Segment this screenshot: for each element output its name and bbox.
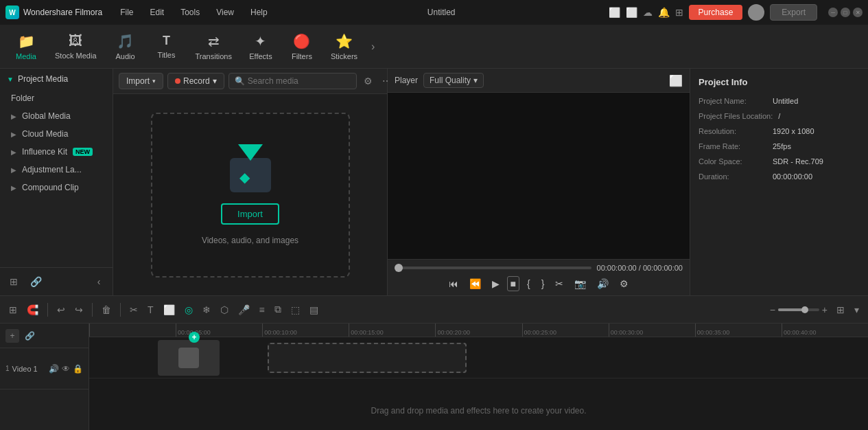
- skip-back-button[interactable]: ⏮: [445, 276, 462, 291]
- transitions-icon: ⇄: [208, 33, 220, 49]
- clip-button[interactable]: ✂: [552, 276, 567, 291]
- add-track-button[interactable]: +: [5, 329, 19, 343]
- track-lock-icon[interactable]: 🔒: [73, 364, 83, 374]
- toolbar-stock-media[interactable]: 🖼 Stock Media: [47, 29, 105, 64]
- sidebar-item-global-media[interactable]: ▶ Global Media: [0, 107, 113, 125]
- player-panel: Player Full Quality ▾ ⬜ 00:00:00:00 /: [388, 69, 690, 295]
- filter-icon[interactable]: ⚙: [361, 74, 375, 88]
- main-toolbar: 📁 Media 🖼 Stock Media 🎵 Audio T Titles ⇄…: [0, 25, 868, 69]
- layout-button[interactable]: ⊞: [833, 302, 848, 318]
- zoom-minus-icon[interactable]: −: [770, 304, 775, 315]
- stock-media-icon: 🖼: [69, 33, 82, 49]
- mark-in-button[interactable]: {: [524, 276, 534, 291]
- track-eye-icon[interactable]: 👁: [62, 364, 70, 374]
- stop-button[interactable]: ■: [507, 276, 519, 291]
- zoom-slider[interactable]: − +: [770, 304, 828, 315]
- toolbar-transitions[interactable]: ⇄ Transitions: [187, 29, 240, 65]
- frame-back-button[interactable]: ⏪: [466, 276, 484, 291]
- audio-label: Audio: [115, 52, 134, 60]
- toolbar-titles[interactable]: T Titles: [146, 30, 187, 63]
- zoom-track[interactable]: [778, 308, 819, 311]
- sidebar-item-folder[interactable]: Folder: [0, 89, 113, 107]
- player-controls-bar: 00:00:00:00 / 00:00:00:00 ⏮ ⏪ ▶ ■ { } ✂ …: [388, 259, 690, 295]
- subtitle-button[interactable]: ≡: [256, 302, 268, 318]
- clip-add-button[interactable]: +: [189, 332, 200, 343]
- record-dot: [175, 78, 180, 84]
- ruler-mark-6: 00:00:30:00: [609, 324, 695, 337]
- scrubber-track[interactable]: [395, 267, 591, 269]
- export-button[interactable]: Export: [770, 4, 817, 21]
- redo-button[interactable]: ↪: [71, 302, 86, 318]
- crop-button[interactable]: ⬜: [160, 302, 178, 318]
- info-value-duration: 00:00:00:00: [773, 172, 812, 181]
- scrubber-thumb[interactable]: [395, 264, 403, 272]
- toolbar-stickers[interactable]: ⭐ Stickers: [322, 29, 366, 65]
- bell-icon[interactable]: 🔔: [658, 7, 670, 18]
- mic-button[interactable]: 🎤: [235, 302, 253, 318]
- track-link-button[interactable]: 🔗: [25, 331, 35, 341]
- stickers-icon: ⭐: [336, 33, 353, 49]
- toolbar-filters[interactable]: 🔴 Filters: [281, 29, 322, 65]
- play-button[interactable]: ▶: [489, 276, 503, 291]
- pip-button[interactable]: ⬚: [288, 302, 303, 318]
- menu-edit[interactable]: Edit: [143, 5, 172, 20]
- zoom-plus-icon[interactable]: +: [822, 304, 828, 315]
- sidebar-item-cloud-media[interactable]: ▶ Cloud Media: [0, 125, 113, 143]
- record-button[interactable]: Record ▾: [167, 73, 224, 89]
- cloud-icon[interactable]: ☁: [643, 7, 653, 18]
- audio-button[interactable]: 🔊: [594, 276, 612, 291]
- timeline-scene-button[interactable]: ⊞: [5, 302, 21, 318]
- user-avatar[interactable]: [748, 4, 764, 21]
- mask-button[interactable]: ⬡: [217, 302, 232, 318]
- text-button[interactable]: T: [144, 302, 157, 318]
- delete-button[interactable]: 🗑: [98, 302, 115, 318]
- minimize-button[interactable]: ─: [828, 8, 838, 17]
- search-box[interactable]: 🔍: [228, 73, 357, 89]
- quality-select[interactable]: Full Quality ▾: [423, 73, 484, 88]
- toolbar-expand-arrow[interactable]: ›: [368, 38, 377, 56]
- player-expand-icon[interactable]: ⬜: [669, 74, 683, 87]
- undo-button[interactable]: ↩: [54, 302, 69, 318]
- cut-button[interactable]: ✂: [126, 302, 141, 318]
- influence-kit-arrow: ▶: [11, 148, 16, 156]
- menu-file[interactable]: File: [113, 5, 140, 20]
- mark-out-button[interactable]: }: [538, 276, 548, 291]
- sidebar-item-influence-kit[interactable]: ▶ Influence Kit NEW: [0, 143, 113, 161]
- layout-more-button[interactable]: ▾: [851, 302, 863, 318]
- timeline-magnet-button[interactable]: 🧲: [23, 302, 42, 318]
- zoom-thumb[interactable]: [801, 306, 808, 313]
- link-button[interactable]: 🔗: [26, 272, 45, 291]
- toolbar-effects[interactable]: ✦ Effects: [240, 29, 281, 65]
- freeze-button[interactable]: ❄: [199, 302, 214, 318]
- add-bin-button[interactable]: ⊞: [4, 272, 23, 291]
- screen-icon[interactable]: ⬜: [609, 7, 620, 18]
- sidebar-header[interactable]: ▼ Project Media: [0, 69, 113, 89]
- close-button[interactable]: ✕: [853, 8, 863, 17]
- record-icon[interactable]: ⬜: [626, 7, 637, 18]
- split-button[interactable]: ⧉: [271, 301, 285, 318]
- title-bar-right: ⬜ ⬜ ☁ 🔔 ⊞ Purchase Export ─ □ ✕: [609, 4, 863, 21]
- sidebar-item-adjustment[interactable]: ▶ Adjustment La...: [0, 161, 113, 179]
- track-volume-icon[interactable]: 🔊: [49, 364, 59, 374]
- motion-button[interactable]: ◎: [181, 302, 196, 318]
- toolbar-audio[interactable]: 🎵 Audio: [105, 29, 146, 65]
- maximize-button[interactable]: □: [841, 8, 850, 17]
- clip-thumb-inner: [178, 348, 199, 368]
- menu-help[interactable]: Help: [244, 5, 274, 20]
- import-button[interactable]: Import ▾: [119, 73, 163, 89]
- menu-view[interactable]: View: [209, 5, 241, 20]
- settings-ctrl-button[interactable]: ⚙: [616, 276, 632, 291]
- grid-icon[interactable]: ⊞: [675, 7, 683, 18]
- snapshot-button[interactable]: 📷: [571, 276, 589, 291]
- search-input[interactable]: [248, 76, 351, 86]
- import-main-button[interactable]: Import: [221, 203, 279, 225]
- video-button[interactable]: ▤: [306, 302, 322, 318]
- sidebar-item-compound-clip[interactable]: ▶ Compound Clip: [0, 179, 113, 196]
- drag-drop-hint: Drag and drop media and effects here to …: [89, 402, 868, 420]
- toolbar-media[interactable]: 📁 Media: [5, 29, 47, 65]
- collapse-sidebar-button[interactable]: ‹: [89, 272, 108, 291]
- purchase-button[interactable]: Purchase: [689, 5, 743, 20]
- filters-icon: 🔴: [293, 33, 310, 49]
- quality-chevron: ▾: [473, 76, 478, 85]
- menu-tools[interactable]: Tools: [174, 5, 207, 20]
